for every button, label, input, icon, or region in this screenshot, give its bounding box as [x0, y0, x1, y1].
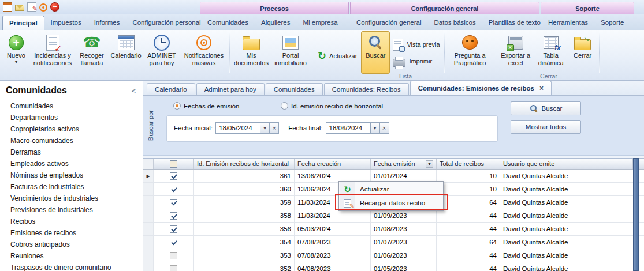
vista-previa-button[interactable]: Vista previa [393, 39, 440, 51]
adminet-para-hoy-button[interactable]: ADMINET para hoy [144, 31, 180, 74]
ribbon-tab-herramientas[interactable]: Herramientas [542, 14, 594, 30]
radio-unselected-icon[interactable] [281, 102, 288, 110]
grid-row-356[interactable]: 35605/03/202401/08/202344David Quintas A… [143, 223, 644, 236]
select-all-checkbox[interactable] [170, 160, 177, 168]
sidebar-item-emisiones-de-recibos[interactable]: Emisiones de recibos [0, 227, 143, 239]
fecha-final-clear-icon[interactable]: × [380, 122, 389, 134]
sidebar-item-empleados-activos[interactable]: Empleados activos [0, 158, 143, 170]
cerrar-button[interactable]: Cerrar [569, 31, 597, 74]
document-tab-label: Adminet para hoy [204, 86, 256, 93]
sidebar-item-traspasos-de-dinero-comunitario[interactable]: Traspasos de dinero comunitario [0, 262, 143, 271]
sidebar-item-nóminas-de-empleados[interactable]: Nóminas de empleados [0, 170, 143, 181]
fecha-inicial-dropdown-icon[interactable]: ▾ [260, 122, 270, 134]
sidebar-item-facturas-de-industriales[interactable]: Facturas de industriales [0, 181, 143, 193]
cell-total-recibos: 44 [437, 209, 500, 222]
row-current-indicator [143, 183, 154, 195]
row-checkbox[interactable] [170, 172, 177, 180]
ribbon-tab-alquileres[interactable]: Alquileres [255, 14, 297, 30]
sidebar-item-vencimientos-de-industriales[interactable]: Vencimientos de industriales [0, 193, 143, 204]
pregunta-pragmatico-button[interactable]: Pregunta a Pragmático [447, 31, 493, 74]
ribbon-tab-soporte[interactable]: Soporte [594, 14, 630, 30]
column-header-fecha-creacion[interactable]: Fecha creación [295, 159, 371, 169]
sidebar-item-departamentos[interactable]: Departamentos [0, 112, 143, 123]
tab-close-icon[interactable]: × [539, 84, 544, 92]
radio-id-emision-recibo[interactable]: Id. emisión recibo de horizontal [281, 102, 383, 110]
quick-pragmatico-icon[interactable] [50, 2, 59, 12]
grid-row-358[interactable]: 35811/03/202401/09/202344David Quintas A… [143, 209, 644, 223]
fecha-final-input[interactable]: 18/06/2024 [326, 122, 371, 134]
ribbon-tab-impuestos[interactable]: Impuestos [44, 14, 88, 30]
sidebar-item-macro-comunidades[interactable]: Macro-comunidades [0, 135, 143, 146]
imprimir-button[interactable]: Imprimir [393, 56, 440, 67]
grid-row-354[interactable]: 35407/08/202301/07/202364David Quintas A… [143, 236, 644, 249]
close-folder-icon [574, 39, 591, 50]
fecha-inicial-clear-icon[interactable]: × [270, 122, 279, 134]
document-tab-bar: CalendarioAdminet para hoyComunidadesCom… [143, 81, 644, 96]
document-tab-comunidades[interactable]: Comunidades [266, 83, 323, 95]
nuevo-button[interactable]: + Nuevo▾ [3, 31, 29, 74]
sidebar-item-recibos[interactable]: Recibos [0, 216, 143, 227]
ribbon-tab-datos-básicos[interactable]: Datos básicos [428, 14, 482, 30]
row-checkbox[interactable] [170, 186, 177, 193]
document-tab-calendario[interactable]: Calendario [147, 83, 195, 95]
filter-dropdown-icon[interactable]: ▼ [426, 160, 433, 168]
actualizar-button[interactable]: ↻ Actualizar [314, 49, 360, 63]
pivot-table-icon [544, 36, 559, 49]
buscar-button[interactable]: Buscar [361, 31, 390, 74]
sidebar-item-previsiones-de-industriales[interactable]: Previsiones de industriales [0, 204, 143, 216]
cell-checkbox [154, 249, 194, 262]
notificaciones-masivas-button[interactable]: Notificaciones masivas [181, 31, 227, 74]
document-tab-comunidades-recibos[interactable]: Comunidades: Recibos [324, 83, 409, 95]
row-checkbox[interactable] [170, 199, 177, 206]
sidebar-collapse-icon[interactable]: < [131, 86, 136, 95]
row-checkbox[interactable] [170, 265, 177, 271]
column-header-fecha-emision[interactable]: Fecha emisión ▼ [371, 159, 437, 169]
portal-inmobiliario-button[interactable]: Portal inmobiliario [271, 31, 310, 74]
grid-row-353[interactable]: 35307/08/202301/06/202344David Quintas A… [143, 249, 644, 262]
ribbon-tab-informes[interactable]: Informes [88, 14, 126, 30]
grid-vertical-scrollbar[interactable] [633, 158, 639, 271]
row-checkbox[interactable] [170, 252, 177, 259]
ribbon-tab-configuración-personal[interactable]: Configuración personal [126, 14, 207, 30]
sidebar-item-reuniones[interactable]: Reuniones [0, 250, 143, 262]
incidencias-notificaciones-button[interactable]: Incidencias y notificaciones [31, 31, 75, 74]
row-checkbox[interactable] [170, 225, 177, 233]
radio-selected-icon[interactable] [173, 102, 181, 110]
ribbon-tab-plantillas-de-texto[interactable]: Plantillas de texto [482, 14, 547, 30]
ribbon-tab-configuración-general[interactable]: Configuración general [350, 14, 428, 30]
recoger-llamada-button[interactable]: ☎ Recoger llamada [76, 31, 108, 74]
cell-id-emision: 354 [194, 236, 295, 249]
row-current-indicator [143, 236, 154, 249]
calendario-button[interactable]: Calendario [109, 31, 143, 74]
ribbon-tab-mi-empresa[interactable]: Mi empresa [296, 14, 344, 30]
document-tab-comunidades-emisiones-de-recibos[interactable]: Comunidades: Emisiones de recibos× [410, 81, 552, 95]
row-checkbox[interactable] [170, 239, 177, 246]
ribbon-group-caption-cerrar: Cerrar [520, 73, 578, 80]
mostrar-todos-button[interactable]: Mostrar todos [511, 120, 581, 134]
cell-id-emision: 353 [194, 249, 295, 262]
sidebar-item-comunidades[interactable]: Comunidades [0, 100, 143, 112]
sidebar-item-copropietarios-activos[interactable]: Copropietarios activos [0, 123, 143, 135]
mis-documentos-button[interactable]: Mis documentos [232, 31, 270, 74]
radio-fechas-de-emision[interactable]: Fechas de emisión [173, 102, 240, 110]
tabla-dinamica-button[interactable]: Tabla dinámica [534, 31, 568, 74]
exportar-excel-button[interactable]: Exportar a excel [498, 31, 533, 74]
column-header-id-emision[interactable]: Id. Emisión recibos de horizontal [194, 159, 295, 169]
quick-note-icon[interactable] [27, 2, 36, 12]
column-header-total-recibos[interactable]: Total de recibos [437, 159, 500, 169]
quick-calendar-icon[interactable] [3, 2, 12, 12]
fecha-final-label: Fecha final: [288, 125, 322, 131]
fecha-inicial-input[interactable]: 18/05/2024 [215, 122, 260, 134]
buscar-panel-button[interactable]: Buscar [511, 101, 581, 115]
ribbon-tab-principal[interactable]: Principal [2, 16, 44, 30]
quick-broadcast-icon[interactable] [39, 3, 47, 12]
sidebar-item-cobros-anticipados[interactable]: Cobros anticipados [0, 239, 143, 250]
column-header-usuario[interactable]: Usuario que emite [500, 159, 633, 169]
quick-mail-icon[interactable] [15, 5, 24, 11]
fecha-final-dropdown-icon[interactable]: ▾ [371, 122, 380, 134]
ribbon-tab-comunidades[interactable]: Comunidades [201, 14, 255, 30]
grid-row-352[interactable]: 35204/08/202301/05/202344David Quintas A… [143, 262, 644, 271]
document-tab-adminet-para-hoy[interactable]: Adminet para hoy [196, 83, 265, 95]
sidebar-item-derramas[interactable]: Derramas [0, 146, 143, 158]
row-checkbox[interactable] [170, 212, 177, 220]
